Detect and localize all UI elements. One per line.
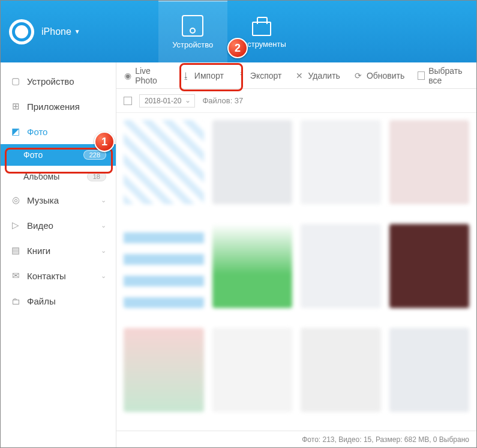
photo-thumb[interactable] (124, 328, 204, 412)
sidebar: ▢ Устройство ⊞ Приложения ◩ Фото ⌄ Фото … (1, 62, 116, 447)
chevron-down-icon: ⌄ (101, 272, 106, 280)
refresh-button[interactable]: ⟳ Обновить (353, 71, 404, 80)
toolbar: ◉ Live Photo ⭳ Импорт ⭱ Экспорт ✕ Удалит… (116, 62, 476, 89)
tab-device-label: Устройство (172, 40, 213, 49)
status-text: Фото: 213, Видео: 15, Размер: 682 MB, 0 … (302, 435, 469, 444)
chevron-down-icon: ▼ (74, 28, 80, 35)
photo-thumb[interactable] (389, 120, 470, 204)
import-icon: ⭳ (181, 71, 191, 80)
sidebar-label: Устройство (27, 76, 74, 86)
device-name: iPhone (41, 26, 71, 37)
sidebar-item-music[interactable]: ◎ Музыка ⌄ (1, 187, 116, 213)
sidebar-label: Видео (27, 220, 53, 231)
header-tabs: Устройство Инструменты (158, 1, 296, 62)
filter-bar: 2018-01-20 Файлов: 37 (116, 89, 476, 113)
sub-label: Фото (23, 150, 43, 160)
photo-thumb[interactable] (301, 224, 381, 308)
import-label: Импорт (194, 71, 224, 80)
tab-device[interactable]: Устройство (158, 1, 227, 62)
live-photo-button[interactable]: ◉ Live Photo (124, 66, 168, 85)
photo-thumb[interactable] (301, 120, 381, 204)
export-label: Экспорт (250, 71, 282, 80)
sidebar-label: Музыка (27, 195, 59, 205)
sidebar-item-files[interactable]: 🗀 Файлы (1, 288, 116, 313)
annotation-badge-1: 1 (94, 132, 115, 152)
photo-thumb[interactable] (389, 328, 470, 412)
photo-thumb[interactable] (389, 224, 470, 308)
refresh-icon: ⟳ (353, 71, 363, 80)
phone-icon (182, 15, 203, 37)
export-icon: ⭱ (237, 71, 247, 80)
sidebar-label: Файлы (27, 296, 56, 306)
sidebar-item-video[interactable]: ▷ Видео ⌄ (1, 213, 116, 238)
music-icon: ◎ (10, 195, 21, 205)
file-count-label: Файлов: 37 (202, 96, 243, 105)
photo-thumb[interactable] (124, 224, 204, 308)
delete-icon: ✕ (295, 71, 304, 80)
toolbox-icon (251, 14, 272, 36)
sidebar-label: Контакты (27, 271, 66, 281)
apps-icon: ⊞ (10, 101, 21, 112)
sidebar-item-books[interactable]: ▤ Книги ⌄ (1, 238, 116, 263)
select-all-button[interactable]: Выбрать все (418, 66, 469, 85)
sidebar-label: Фото (27, 127, 47, 137)
photo-icon: ◩ (10, 126, 21, 137)
app-logo-icon (9, 19, 34, 44)
video-icon: ▷ (10, 220, 21, 231)
date-value: 2018-01-20 (145, 97, 181, 105)
delete-label: Удалить (308, 71, 340, 80)
chevron-down-icon: ⌄ (101, 222, 106, 229)
status-bar: Фото: 213, Видео: 15, Размер: 682 MB, 0 … (116, 431, 476, 447)
device-icon: ▢ (10, 76, 21, 86)
sidebar-sub-albums[interactable]: Альбомы 18 (1, 166, 116, 187)
delete-button[interactable]: ✕ Удалить (295, 71, 340, 80)
chevron-down-icon: ⌄ (101, 196, 106, 204)
checkbox-icon (418, 71, 425, 80)
sidebar-item-apps[interactable]: ⊞ Приложения (1, 94, 116, 119)
main-content: ◉ Live Photo ⭳ Импорт ⭱ Экспорт ✕ Удалит… (116, 62, 476, 447)
photo-thumb[interactable] (212, 224, 293, 308)
sidebar-label: Книги (27, 246, 50, 256)
device-dropdown[interactable]: iPhone ▼ (41, 26, 80, 37)
sidebar-item-contacts[interactable]: ✉ Контакты ⌄ (1, 263, 116, 288)
select-page-checkbox[interactable] (124, 97, 132, 105)
date-filter-dropdown[interactable]: 2018-01-20 (139, 94, 195, 107)
annotation-badge-2: 2 (227, 38, 248, 58)
live-photo-label: Live Photo (135, 66, 168, 85)
live-photo-icon: ◉ (124, 71, 131, 80)
main-body: ▢ Устройство ⊞ Приложения ◩ Фото ⌄ Фото … (1, 62, 476, 447)
photo-grid (116, 113, 476, 431)
photo-thumb[interactable] (301, 328, 381, 412)
photo-thumb[interactable] (124, 120, 204, 204)
import-button[interactable]: ⭳ Импорт (181, 71, 224, 80)
count-badge: 18 (87, 172, 106, 181)
contacts-icon: ✉ (10, 270, 21, 281)
files-icon: 🗀 (10, 295, 21, 306)
app-window: iPhone ▼ Устройство Инструменты ▢ Устрой… (0, 0, 477, 448)
export-button[interactable]: ⭱ Экспорт (237, 71, 282, 80)
refresh-label: Обновить (367, 71, 404, 80)
sub-label: Альбомы (23, 172, 59, 181)
sidebar-label: Приложения (27, 101, 80, 112)
select-all-label: Выбрать все (428, 66, 469, 85)
photo-thumb[interactable] (212, 328, 293, 412)
photo-thumb[interactable] (212, 120, 293, 204)
chevron-down-icon: ⌄ (101, 247, 106, 255)
sidebar-item-device[interactable]: ▢ Устройство (1, 68, 116, 94)
books-icon: ▤ (10, 245, 21, 256)
